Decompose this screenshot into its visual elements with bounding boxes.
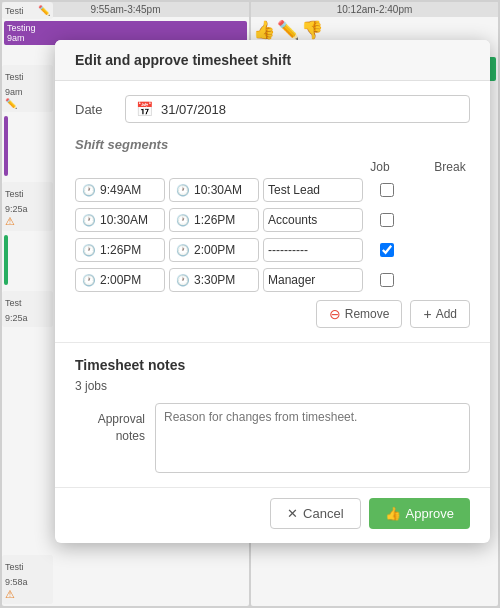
add-label: Add (436, 307, 457, 321)
cancel-label: Cancel (303, 506, 343, 521)
clock-icon: 🕐 (82, 214, 96, 227)
date-value: 31/07/2018 (161, 102, 226, 117)
modal-header: Edit and approve timesheet shift (55, 40, 490, 81)
break-checkbox-3[interactable] (367, 243, 407, 257)
approval-row: Approval notes (75, 403, 470, 473)
time-end-3[interactable]: 🕐 2:00PM (169, 238, 259, 262)
break-checkbox-1[interactable] (367, 183, 407, 197)
time-start-2[interactable]: 🕐 10:30AM (75, 208, 165, 232)
job-dropdown-3[interactable]: ---------- Test Lead Accounts Manager (268, 243, 358, 257)
job-select-3[interactable]: ---------- Test Lead Accounts Manager (263, 238, 363, 262)
segments-table: Job Break 🕐 9:49AM 🕐 10:30AM Test Lead A… (75, 160, 470, 292)
segment-row: 🕐 2:00PM 🕐 3:30PM Manager Test Lead Acco… (75, 268, 470, 292)
modal-footer: ✕ Cancel 👍 Approve (55, 487, 490, 543)
date-row: Date 📅 31/07/2018 (75, 95, 470, 123)
break-checkbox-4[interactable] (367, 273, 407, 287)
break-checkbox-2[interactable] (367, 213, 407, 227)
date-label: Date (75, 102, 125, 117)
modal-body: Date 📅 31/07/2018 Shift segments Job Bre… (55, 81, 490, 487)
segment-row: 🕐 9:49AM 🕐 10:30AM Test Lead Accounts Ma… (75, 178, 470, 202)
remove-button[interactable]: ⊖ Remove (316, 300, 403, 328)
clock-icon: 🕐 (82, 184, 96, 197)
approval-label: Approval notes (75, 403, 145, 445)
break-input-2[interactable] (380, 213, 394, 227)
warning-icon-2: ⚠ (5, 588, 50, 601)
approval-notes-input[interactable] (155, 403, 470, 473)
segment-row: 🕐 10:30AM 🕐 1:26PM Accounts Test Lead Ma… (75, 208, 470, 232)
clock-icon: 🕐 (176, 214, 190, 227)
break-input-1[interactable] (380, 183, 394, 197)
time-end-2[interactable]: 🕐 1:26PM (169, 208, 259, 232)
plus-icon: + (423, 306, 431, 322)
cancel-icon: ✕ (287, 506, 298, 521)
section-divider (55, 342, 490, 343)
jobs-count: 3 jobs (75, 379, 470, 393)
calendar-icon: 📅 (136, 101, 153, 117)
clock-icon: 🕐 (176, 244, 190, 257)
time-start-1[interactable]: 🕐 9:49AM (75, 178, 165, 202)
modal-title: Edit and approve timesheet shift (75, 52, 291, 68)
minus-icon: ⊖ (329, 306, 341, 322)
col-break-header: Break (430, 160, 470, 174)
segment-actions: ⊖ Remove + Add (75, 300, 470, 328)
time-start-4[interactable]: 🕐 2:00PM (75, 268, 165, 292)
approve-thumb-icon: 👍 (385, 506, 401, 521)
edit-icon[interactable]: ✏️ (38, 5, 50, 16)
add-button[interactable]: + Add (410, 300, 470, 328)
break-input-4[interactable] (380, 273, 394, 287)
time-end-1[interactable]: 🕐 10:30AM (169, 178, 259, 202)
left-icon-1: ✏️ (5, 98, 50, 109)
timesheet-notes-title: Timesheet notes (75, 357, 470, 373)
shift-segments-title: Shift segments (75, 137, 470, 152)
segments-header: Job Break (75, 160, 470, 174)
job-select-2[interactable]: Accounts Test Lead Manager (263, 208, 363, 232)
cancel-button[interactable]: ✕ Cancel (270, 498, 360, 529)
break-input-3[interactable] (380, 243, 394, 257)
job-select-1[interactable]: Test Lead Accounts Manager (263, 178, 363, 202)
remove-label: Remove (345, 307, 390, 321)
edit-approve-modal: Edit and approve timesheet shift Date 📅 … (55, 40, 490, 543)
warning-icon-1: ⚠ (5, 215, 50, 228)
time-start-3[interactable]: 🕐 1:26PM (75, 238, 165, 262)
clock-icon: 🕐 (82, 244, 96, 257)
col-job-header: Job (330, 160, 430, 174)
clock-icon: 🕐 (176, 184, 190, 197)
time-end-4[interactable]: 🕐 3:30PM (169, 268, 259, 292)
segment-row: 🕐 1:26PM 🕐 2:00PM ---------- Test Lead A… (75, 238, 470, 262)
job-dropdown-1[interactable]: Test Lead Accounts Manager (268, 183, 358, 197)
job-dropdown-2[interactable]: Accounts Test Lead Manager (268, 213, 358, 227)
job-dropdown-4[interactable]: Manager Test Lead Accounts (268, 273, 358, 287)
clock-icon: 🕐 (82, 274, 96, 287)
job-select-4[interactable]: Manager Test Lead Accounts (263, 268, 363, 292)
date-input[interactable]: 📅 31/07/2018 (125, 95, 470, 123)
approve-label: Approve (406, 506, 454, 521)
clock-icon: 🕐 (176, 274, 190, 287)
approve-button[interactable]: 👍 Approve (369, 498, 470, 529)
